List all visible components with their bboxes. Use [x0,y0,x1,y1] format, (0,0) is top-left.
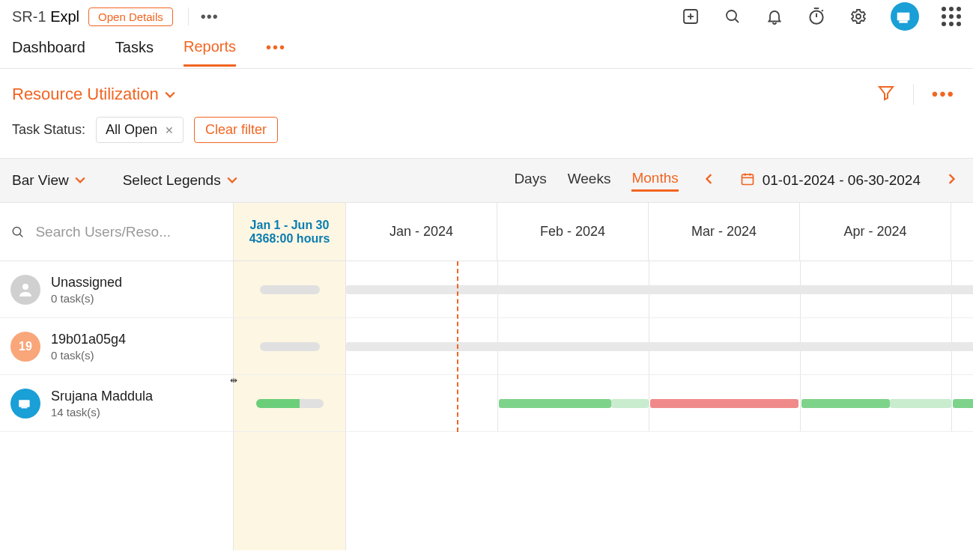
avatar[interactable] [891,2,919,31]
summary-date-range: Jan 1 - Jun 30 [250,219,330,232]
resource-task-count: 0 task(s) [51,292,122,305]
resource-row[interactable]: 19 19b01a05g4 0 task(s) [0,318,233,375]
legends-label: Select Legends [123,172,221,189]
gantt-row [346,261,973,318]
resource-name: 19b01a05g4 [51,332,126,347]
utilization-bar[interactable] [650,399,798,408]
utilization-bar[interactable] [801,399,890,408]
resource-name: Srujana Maddula [51,389,153,404]
utilization-bar[interactable] [499,399,611,408]
utilization-bar[interactable] [346,285,973,294]
svg-rect-19 [19,400,29,407]
month-header [951,203,973,261]
scale-weeks[interactable]: Weeks [568,171,611,190]
svg-rect-20 [21,407,27,408]
filter-icon[interactable] [877,84,895,105]
svg-rect-10 [897,12,910,21]
gantt-row [346,318,973,375]
chevron-down-icon [227,175,237,186]
summary-cell [234,261,345,318]
open-details-button[interactable]: Open Details [88,7,173,26]
summary-pill [256,399,324,408]
resource-name: Unassigned [51,275,122,290]
search-icon[interactable] [723,7,742,26]
summary-cell [234,375,345,432]
crumb-prefix: SR-1 [12,8,50,25]
svg-line-8 [822,10,823,11]
month-header: Apr - 2024 [800,203,951,261]
resource-task-count: 0 task(s) [51,349,126,362]
svg-point-16 [13,227,21,235]
tab-reports[interactable]: Reports [184,38,236,67]
today-line [457,261,458,432]
resource-row[interactable]: Srujana Maddula 14 task(s) [0,375,233,432]
filter-chip-task-status[interactable]: All Open ✕ [96,117,184,143]
summary-pill [260,342,320,351]
scale-months[interactable]: Months [631,170,678,192]
svg-line-4 [736,19,739,23]
report-title-label: Resource Utilization [12,85,159,104]
chevron-down-icon [75,175,85,186]
separator [913,84,914,105]
month-header: Mar - 2024 [649,203,800,261]
calendar-icon [740,171,755,190]
tabs-overflow-icon[interactable]: ••• [266,39,286,65]
search-input[interactable] [35,224,222,240]
filter-label-task-status: Task Status: [12,122,85,138]
summary-cell [234,318,345,375]
month-header: Feb - 2024 [497,203,649,261]
date-range-label: 01-01-2024 - 06-30-2024 [763,172,921,189]
project-breadcrumb[interactable]: SR-1 Expl [12,8,79,25]
timer-icon[interactable] [807,7,826,26]
tab-dashboard[interactable]: Dashboard [12,39,85,65]
svg-point-9 [856,14,861,19]
summary-pill [260,285,320,294]
resource-task-count: 14 task(s) [51,406,153,419]
next-range-icon[interactable] [942,174,961,187]
utilization-bar[interactable] [346,342,973,351]
svg-point-18 [22,284,28,290]
date-range-picker[interactable]: 01-01-2024 - 06-30-2024 [740,171,921,190]
svg-point-3 [727,10,736,20]
svg-rect-11 [900,21,907,22]
utilization-bar[interactable] [611,399,649,408]
avatar-unassigned [10,275,40,305]
report-more-icon[interactable]: ••• [932,84,955,105]
remove-filter-icon[interactable]: ✕ [165,124,174,136]
view-mode-label: Bar View [12,172,69,189]
prev-range-icon[interactable] [700,174,719,187]
report-title-dropdown[interactable]: Resource Utilization [12,85,175,104]
add-icon[interactable] [681,7,700,26]
clear-filter-button[interactable]: Clear filter [194,117,278,143]
gantt-row [346,375,973,432]
scale-days[interactable]: Days [514,171,546,190]
summary-hours: 4368:00 hours [249,232,330,246]
search-icon [10,224,25,240]
filter-chip-value: All Open [106,122,157,138]
avatar-user: 19 [10,332,40,362]
avatar-user [10,389,40,419]
utilization-bar[interactable] [953,399,973,408]
apps-launcher-icon[interactable] [942,7,961,26]
utilization-bar[interactable] [890,399,951,408]
bell-icon[interactable] [765,7,784,26]
svg-rect-12 [742,174,753,184]
legends-dropdown[interactable]: Select Legends [123,172,237,189]
month-header: Jan - 2024 [346,203,497,261]
view-mode-dropdown[interactable]: Bar View [12,172,85,189]
svg-line-17 [20,234,23,237]
gear-icon[interactable] [849,7,868,26]
column-splitter[interactable]: ⇹ [230,375,237,386]
tab-tasks[interactable]: Tasks [115,39,154,65]
resource-row[interactable]: Unassigned 0 task(s) [0,261,233,318]
caret-down-icon [165,90,175,100]
crumb-title: Expl [50,8,79,25]
project-more-icon[interactable]: ••• [188,7,219,25]
